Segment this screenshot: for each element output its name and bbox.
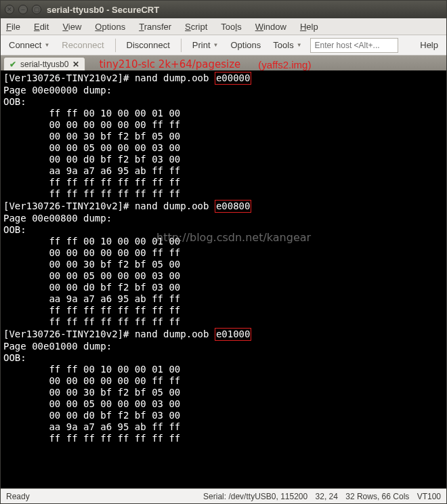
- separator: [115, 39, 116, 52]
- chevron-down-icon: ▼: [297, 42, 302, 48]
- highlighted-addr: e00800: [215, 200, 252, 213]
- menu-help[interactable]: Help: [300, 22, 318, 32]
- command: nand dump.oob: [135, 329, 215, 339]
- chevron-down-icon: ▼: [44, 42, 49, 48]
- print-button[interactable]: Print▼: [188, 39, 223, 51]
- status-emulation: VT100: [417, 492, 441, 501]
- options-button[interactable]: Options: [226, 39, 265, 51]
- menu-script[interactable]: Script: [185, 22, 207, 32]
- hex-row: aa 9a a7 a6 95 ab ff ff: [3, 293, 180, 304]
- tabbar: ✔ serial-ttyusb0 ✕ tiny210-slc 2k+64/pag…: [1, 56, 446, 70]
- hex-row: aa 9a a7 a6 95 ab ff ff: [3, 165, 180, 176]
- minimize-icon[interactable]: –: [18, 5, 28, 14]
- menu-edit[interactable]: Edit: [34, 22, 49, 32]
- hex-row: ff ff 00 10 00 00 01 00: [3, 364, 180, 375]
- menu-view[interactable]: View: [62, 22, 81, 32]
- menu-tools[interactable]: Tools: [221, 22, 241, 32]
- hex-row: 00 00 00 00 00 00 ff ff: [3, 247, 180, 258]
- prompt: [Ver130726-TINY210v2]#: [3, 329, 135, 339]
- hex-row: 00 00 d0 bf f2 bf 03 00: [3, 410, 180, 421]
- toolbar: Connect▼ Reconnect Disconnect Print▼ Opt…: [1, 35, 446, 56]
- hex-row: 00 00 05 00 00 00 03 00: [3, 398, 180, 409]
- titlebar: ✕ – ▢ serial-ttyusb0 - SecureCRT: [1, 1, 446, 18]
- tab-serial-ttyusb0[interactable]: ✔ serial-ttyusb0 ✕: [3, 57, 85, 70]
- hex-row: 00 00 00 00 00 00 ff ff: [3, 375, 180, 386]
- hex-row: ff ff ff ff ff ff ff ff: [3, 305, 180, 316]
- close-tab-icon[interactable]: ✕: [72, 60, 79, 69]
- status-position: 32, 24: [316, 492, 338, 501]
- hex-row: ff ff 00 10 00 00 01 00: [3, 236, 180, 247]
- command: nand dump.oob: [135, 201, 215, 211]
- status-serial: Serial: /dev/ttyUSB0, 115200: [203, 492, 307, 501]
- command: nand dump.oob: [135, 72, 215, 83]
- tools-button[interactable]: Tools▼: [269, 39, 305, 51]
- menu-file[interactable]: File: [6, 22, 20, 32]
- hex-row: aa 9a a7 a6 95 ab ff ff: [3, 421, 180, 432]
- status-ready: Ready: [6, 492, 30, 501]
- statusbar: Ready Serial: /dev/ttyUSB0, 115200 32, 2…: [1, 488, 446, 503]
- hex-row: 00 00 d0 bf f2 bf 03 00: [3, 154, 180, 165]
- page-header: Page 00e00800 dump:: [3, 213, 112, 224]
- reconnect-button[interactable]: Reconnect: [58, 39, 108, 51]
- hex-row: 00 00 30 bf f2 bf 05 00: [3, 387, 180, 398]
- terminal[interactable]: [Ver130726-TINY210v2]# nand dump.oob e00…: [1, 70, 446, 488]
- help-button[interactable]: Help: [416, 39, 442, 51]
- prompt: [Ver130726-TINY210v2]#: [3, 201, 135, 211]
- annotation-image: (yaffs2.img): [258, 59, 311, 70]
- separator: [181, 39, 182, 52]
- highlighted-addr: e00000: [215, 72, 252, 85]
- status-dimensions: 32 Rows, 66 Cols: [345, 492, 409, 501]
- window-title: serial-ttyusb0 - SecureCRT: [47, 5, 159, 15]
- connect-button[interactable]: Connect▼: [5, 39, 54, 51]
- hex-row: 00 00 00 00 00 00 ff ff: [3, 119, 180, 130]
- hex-row: 00 00 05 00 00 00 03 00: [3, 142, 180, 153]
- hex-row: 00 00 30 bf f2 bf 05 00: [3, 131, 180, 142]
- hex-row: ff ff ff ff ff ff ff ff: [3, 316, 180, 327]
- oob-label: OOB:: [3, 96, 26, 107]
- page-header: Page 00e00000 dump:: [3, 85, 112, 96]
- annotation-pagesize: tiny210-slc 2k+64/pagesize: [99, 58, 240, 70]
- close-icon[interactable]: ✕: [5, 5, 14, 14]
- hex-row: 00 00 d0 bf f2 bf 03 00: [3, 282, 180, 293]
- oob-label: OOB:: [3, 224, 26, 235]
- tab-label: serial-ttyusb0: [20, 60, 68, 69]
- check-icon: ✔: [9, 60, 16, 69]
- hex-row: 00 00 30 bf f2 bf 05 00: [3, 259, 180, 270]
- menu-options[interactable]: Options: [95, 22, 125, 32]
- menu-window[interactable]: Window: [255, 22, 286, 32]
- menu-transfer[interactable]: Transfer: [139, 22, 171, 32]
- oob-label: OOB:: [3, 352, 26, 363]
- highlighted-addr: e01000: [215, 328, 252, 341]
- page-header: Page 00e01000 dump:: [3, 341, 112, 352]
- hex-row: ff ff ff ff ff ff ff ff: [3, 433, 180, 444]
- menubar: File Edit View Options Transfer Script T…: [1, 18, 446, 35]
- hex-row: ff ff ff ff ff ff ff ff: [3, 177, 180, 188]
- disconnect-button[interactable]: Disconnect: [123, 39, 174, 51]
- chevron-down-icon: ▼: [213, 42, 219, 48]
- hex-row: 00 00 05 00 00 00 03 00: [3, 270, 180, 281]
- maximize-icon[interactable]: ▢: [32, 5, 41, 14]
- hex-row: ff ff ff ff ff ff ff ff: [3, 188, 180, 199]
- hex-row: ff ff 00 10 00 00 01 00: [3, 108, 180, 119]
- host-input[interactable]: [310, 38, 398, 53]
- prompt: [Ver130726-TINY210v2]#: [3, 72, 135, 83]
